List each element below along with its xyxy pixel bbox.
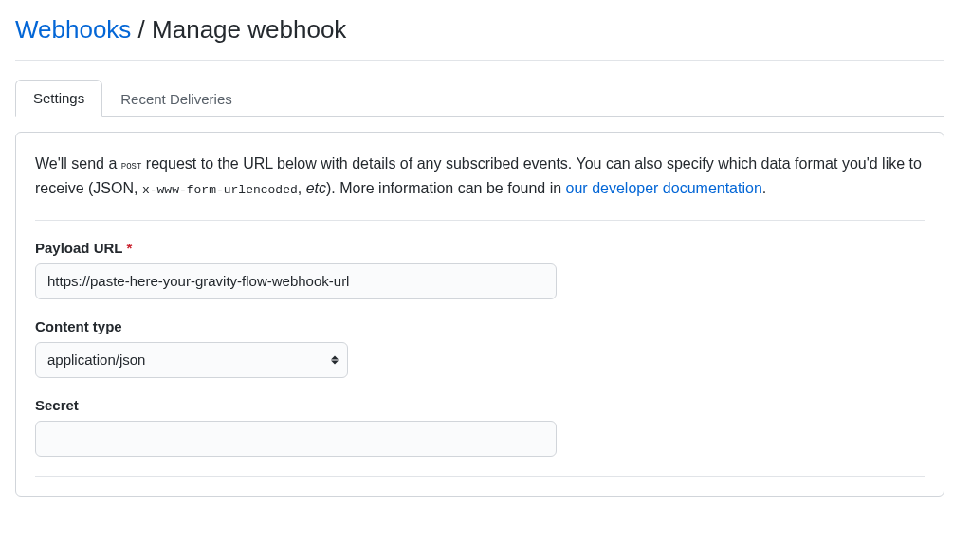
secret-input[interactable]	[35, 421, 557, 457]
required-asterisk: *	[127, 240, 133, 256]
content-type-select[interactable]: application/json	[35, 342, 348, 378]
breadcrumb-current: Manage webhook	[152, 15, 346, 44]
description-text: We'll send a POST request to the URL bel…	[35, 152, 925, 221]
tab-settings[interactable]: Settings	[15, 80, 102, 117]
tab-bar: Settings Recent Deliveries	[15, 80, 944, 117]
secret-group: Secret	[35, 397, 925, 457]
post-code: POST	[121, 158, 142, 172]
breadcrumb-separator: /	[138, 15, 145, 44]
divider	[35, 476, 925, 477]
settings-panel: We'll send a POST request to the URL bel…	[15, 132, 944, 497]
breadcrumb: Webhooks / Manage webhook	[15, 15, 944, 61]
secret-label: Secret	[35, 397, 925, 413]
payload-url-input[interactable]	[35, 263, 557, 299]
encoded-code: x-www-form-urlencoded	[142, 183, 298, 197]
breadcrumb-parent-link[interactable]: Webhooks	[15, 15, 131, 44]
content-type-label: Content type	[35, 318, 925, 334]
payload-url-group: Payload URL*	[35, 240, 925, 299]
content-type-group: Content type application/json	[35, 318, 925, 378]
tab-recent-deliveries[interactable]: Recent Deliveries	[102, 80, 250, 117]
developer-docs-link[interactable]: our developer documentation	[566, 180, 762, 196]
payload-url-label: Payload URL*	[35, 240, 925, 256]
